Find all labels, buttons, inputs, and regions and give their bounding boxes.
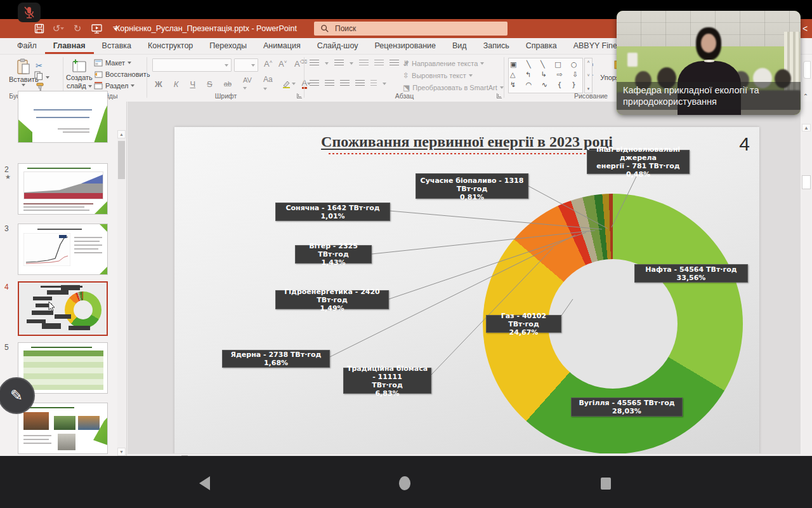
chart-label-oil[interactable]: Нафта - 54564 ТВт·год 33,56%: [634, 264, 748, 283]
align-left-icon[interactable]: [310, 80, 319, 88]
tab-animations[interactable]: Анимация: [255, 38, 309, 54]
chart-label-hydro[interactable]: Гідроенергетика - 2420 ТВт·год 1,49%: [275, 290, 389, 309]
thumbnail-slide-3[interactable]: [18, 224, 108, 275]
shrink-font-button[interactable]: A˅: [276, 59, 289, 69]
thumbnail-number: 2: [4, 165, 16, 174]
thumbnail-scrollbar[interactable]: ▲ ▼: [117, 130, 126, 458]
font-name-combo[interactable]: [152, 58, 232, 72]
font-size-combo[interactable]: [234, 58, 258, 72]
nav-recents-button[interactable]: [587, 474, 625, 493]
shapes-gallery[interactable]: ▣ ╲ ╲ □ ○ ▭ △ ↰ ↳ ⇨ ⇩ ▷ ↯ ◠ ∿ { } ☆: [508, 58, 583, 93]
align-center-icon[interactable]: [325, 80, 334, 88]
chart-label-nuclear[interactable]: Ядерна - 2738 ТВт·год 1,68%: [222, 350, 330, 368]
grow-font-button[interactable]: A˄: [261, 59, 275, 69]
start-slideshow-button[interactable]: [90, 22, 103, 35]
thumbnail-slide-1[interactable]: [18, 91, 108, 143]
tab-insert[interactable]: Вставка: [94, 38, 140, 54]
tab-home[interactable]: Главная: [45, 38, 94, 54]
search-input[interactable]: [335, 24, 481, 33]
increase-indent-icon[interactable]: [374, 60, 384, 67]
scroll-down-icon[interactable]: ▼: [117, 448, 126, 456]
bold-button[interactable]: Ж: [152, 79, 165, 89]
thumb-chart-area: [23, 171, 103, 199]
chart-label-gas[interactable]: Газ - 40102 ТВт·год 24,67%: [486, 315, 561, 333]
chart-label-coal[interactable]: Вугілля - 45565 ТВт·год 28,03%: [571, 398, 683, 417]
scrollbar-thumb[interactable]: [118, 141, 125, 179]
strikethrough-button[interactable]: S: [204, 79, 215, 89]
editor-scrollbar-thumb[interactable]: [802, 175, 811, 189]
chart-label-percent: 0,81%: [419, 193, 525, 201]
thumb-donut-hole: [74, 300, 93, 319]
undo-button[interactable]: ↺: [52, 22, 65, 35]
tab-record[interactable]: Запись: [475, 38, 518, 54]
chart-label-solar[interactable]: Сонячна - 1642 ТВт·год 1,01%: [275, 203, 390, 221]
tab-slideshow[interactable]: Слайд-шоу: [309, 38, 367, 54]
font-dialog-launcher[interactable]: [297, 93, 302, 98]
align-right-icon[interactable]: [340, 80, 350, 88]
section-button[interactable]: Раздел: [94, 82, 134, 90]
chart-label-percent: 1,49%: [278, 304, 386, 312]
search-box[interactable]: [314, 22, 508, 36]
thumbnail-slide-2[interactable]: [18, 163, 108, 215]
webcam-presenter-necklace: [704, 60, 714, 62]
text-highlight-button[interactable]: [282, 79, 296, 88]
editor-scroll-up-icon[interactable]: ▲: [802, 124, 811, 131]
chart-label-percent: 0,48%: [590, 170, 686, 178]
chart-label-other-renewables[interactable]: Інші відновлювальні джерела енергії - 78…: [587, 150, 690, 174]
paragraph-dialog-launcher[interactable]: [497, 93, 502, 98]
microphone-muted-button[interactable]: [18, 3, 41, 22]
redo-button[interactable]: ↻: [71, 22, 84, 35]
chart-label-traditional-biomass[interactable]: Традиційна біомаса - 11111 ТВт·год 6,83%: [343, 368, 431, 394]
change-case-button[interactable]: Aa: [261, 75, 275, 93]
tab-transitions[interactable]: Переходы: [201, 38, 255, 54]
save-button[interactable]: [33, 22, 46, 35]
underline-button[interactable]: Ч: [187, 79, 198, 89]
numbering-icon[interactable]: [334, 60, 344, 67]
cut-button[interactable]: ✂: [36, 60, 43, 71]
thumbnail-slide-4-selected[interactable]: [18, 281, 108, 336]
tab-view[interactable]: Вид: [444, 38, 475, 54]
thumb-text-line: [63, 131, 89, 133]
chart-label-text: ТВт·год: [346, 381, 428, 389]
chart-label-text: Нафта - 54564 ТВт·год: [638, 265, 745, 274]
chart-label-percent: 24,67%: [489, 328, 558, 337]
nav-back-button[interactable]: [185, 474, 223, 493]
char-spacing-button[interactable]: AV: [240, 76, 254, 91]
chart-label-text: Вітер - 2325 ТВт·год: [298, 242, 369, 258]
new-slide-caret-icon: [88, 85, 92, 88]
justify-icon[interactable]: [355, 80, 365, 88]
numbering-caret-icon: [350, 62, 353, 65]
line-spacing-icon[interactable]: [390, 60, 399, 67]
bullets-icon[interactable]: [310, 60, 319, 67]
layout-button[interactable]: Макет: [94, 59, 131, 67]
copy-caret-icon: [46, 76, 49, 79]
thumb-text-line: [34, 109, 92, 110]
chart-label-text: Гідроенергетика - 2420 ТВт·год: [278, 288, 386, 304]
tab-design[interactable]: Конструктор: [140, 38, 201, 54]
copy-button[interactable]: [34, 71, 49, 83]
new-slide-button[interactable]: Создать слайд: [66, 58, 93, 90]
spellcheck-squiggle: [329, 153, 605, 154]
shapes-gallery-scroll[interactable]: ˄ ˅ ▾: [584, 58, 593, 93]
smartart-button[interactable]: ⬔ Преобразовать в SmartArt: [403, 83, 504, 92]
decrease-indent-icon[interactable]: [359, 60, 369, 67]
webcam-overlay[interactable]: Кафедра прикладної екології та природоко…: [617, 11, 801, 115]
columns-icon[interactable]: [370, 80, 377, 88]
align-text-button[interactable]: ⇳ Выровнять текст: [403, 71, 473, 80]
tab-file[interactable]: Файл: [9, 38, 45, 54]
strikethrough2-button[interactable]: ab: [221, 80, 234, 88]
text-direction-button[interactable]: ⇵ Направление текста: [403, 59, 484, 68]
reset-button[interactable]: Восстановить: [94, 70, 150, 78]
editor-scrollbar[interactable]: ▲: [801, 38, 812, 458]
tab-review[interactable]: Рецензирование: [366, 38, 444, 54]
format-painter-icon: [36, 83, 44, 91]
italic-button[interactable]: К: [171, 79, 181, 89]
chart-label-biofuel[interactable]: Сучасне біопаливо - 1318 ТВт·год 0,81%: [416, 173, 528, 199]
thumbnail-slide-6[interactable]: [18, 403, 108, 454]
nav-home-button[interactable]: [386, 474, 424, 493]
thumb-text-line: [23, 206, 84, 208]
webcam-caption-line1: Кафедра прикладної екології та: [623, 84, 794, 96]
scroll-up-icon[interactable]: ▲: [117, 130, 126, 138]
tab-help[interactable]: Справка: [518, 38, 565, 54]
chart-label-wind[interactable]: Вітер - 2325 ТВт·год 1,43%: [295, 245, 372, 264]
